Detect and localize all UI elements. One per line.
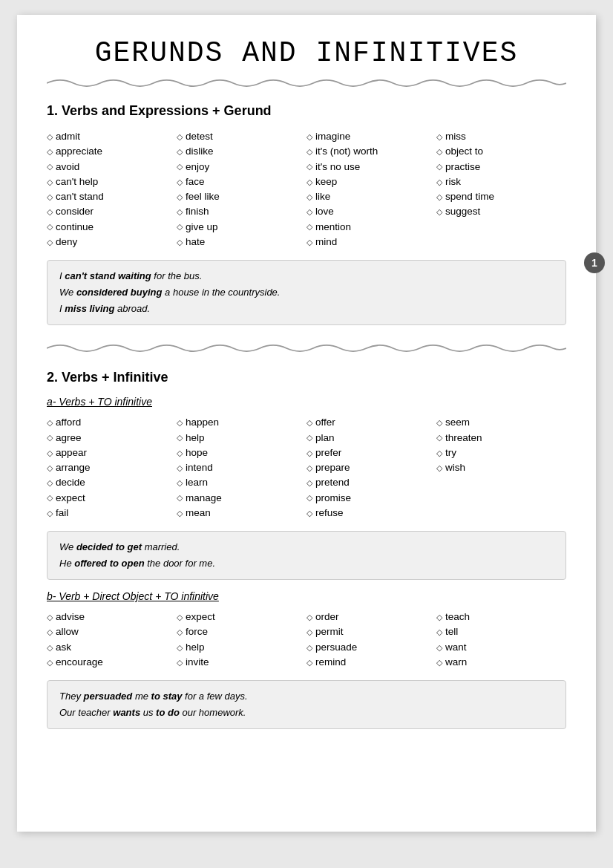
diamond-icon: ◇ bbox=[436, 160, 442, 173]
list-item: ◇mean bbox=[177, 506, 306, 521]
inf-b-col2: ◇expect ◇force ◇help ◇invite bbox=[177, 610, 306, 670]
diamond-icon: ◇ bbox=[47, 447, 53, 460]
page-title: GERUNDS AND INFINITIVES bbox=[47, 37, 566, 69]
list-item: ◇allow bbox=[47, 624, 177, 639]
list-item: ◇feel like bbox=[177, 189, 306, 204]
inf-a-col1: ◇afford ◇agree ◇appear ◇arrange ◇decide … bbox=[47, 415, 177, 521]
diamond-icon: ◇ bbox=[47, 642, 53, 654]
diamond-icon: ◇ bbox=[47, 236, 53, 249]
diamond-icon: ◇ bbox=[47, 507, 53, 520]
example-box-infinitives-b: They persuaded me to stay for a few days… bbox=[47, 680, 566, 729]
diamond-icon: ◇ bbox=[177, 447, 183, 460]
diamond-icon: ◇ bbox=[306, 191, 312, 203]
diamond-icon: ◇ bbox=[436, 656, 442, 669]
list-item: ◇warn bbox=[436, 655, 566, 670]
list-item: ◇imagine bbox=[306, 129, 436, 144]
list-item: ◇miss bbox=[436, 129, 566, 144]
diamond-icon: ◇ bbox=[177, 236, 183, 249]
diamond-icon: ◇ bbox=[177, 492, 183, 504]
list-item: ◇help bbox=[177, 640, 306, 655]
diamond-icon: ◇ bbox=[177, 191, 183, 203]
inf-a-col3: ◇offer ◇plan ◇prefer ◇prepare ◇pretend ◇… bbox=[306, 415, 436, 521]
list-item: ◇prefer bbox=[306, 446, 436, 460]
diamond-icon: ◇ bbox=[306, 206, 312, 218]
diamond-icon: ◇ bbox=[47, 656, 53, 669]
list-item: ◇arrange bbox=[47, 460, 177, 475]
list-item: ◇manage bbox=[177, 491, 306, 506]
example-box-infinitives-a: We decided to get married. He offered to… bbox=[47, 531, 566, 580]
list-item: ◇avoid bbox=[47, 160, 177, 174]
diamond-icon: ◇ bbox=[306, 160, 312, 173]
section-gerunds: 1. Verbs and Expressions + Gerund ◇admit… bbox=[47, 103, 566, 325]
section-infinitives: 2. Verbs + Infinitive a- Verbs + TO infi… bbox=[47, 370, 566, 729]
diamond-icon: ◇ bbox=[306, 417, 312, 429]
list-item: ◇enjoy bbox=[177, 160, 306, 174]
example-line-b2: Our teacher wants us to do our homework. bbox=[59, 705, 554, 721]
wavy-divider-top bbox=[47, 76, 566, 90]
list-item: ◇advise bbox=[47, 610, 177, 624]
gerunds-col2: ◇detest ◇dislike ◇enjoy ◇face ◇feel like… bbox=[177, 129, 306, 249]
list-item: ◇continue bbox=[47, 220, 177, 235]
list-item: ◇intend bbox=[177, 460, 306, 475]
inf-b-col4: ◇teach ◇tell ◇want ◇warn bbox=[436, 610, 566, 670]
diamond-icon: ◇ bbox=[47, 206, 53, 218]
diamond-icon: ◇ bbox=[177, 642, 183, 654]
diamond-icon: ◇ bbox=[436, 131, 442, 143]
list-item: ◇prepare bbox=[306, 460, 436, 475]
list-item: ◇face bbox=[177, 174, 306, 189]
page: 1 GERUNDS AND INFINITIVES 1. Verbs and E… bbox=[17, 15, 596, 832]
infinitives-b-word-grid: ◇advise ◇allow ◇ask ◇encourage ◇expect ◇… bbox=[47, 610, 566, 670]
diamond-icon: ◇ bbox=[436, 447, 442, 460]
list-item: ◇can't help bbox=[47, 174, 177, 189]
diamond-icon: ◇ bbox=[436, 206, 442, 218]
list-item: ◇it's (not) worth bbox=[306, 144, 436, 159]
inf-b-col1: ◇advise ◇allow ◇ask ◇encourage bbox=[47, 610, 177, 670]
diamond-icon: ◇ bbox=[47, 431, 53, 444]
list-item: ◇wish bbox=[436, 460, 566, 475]
list-item: ◇help bbox=[177, 431, 306, 446]
diamond-icon: ◇ bbox=[177, 206, 183, 218]
example-line-1: I can't stand waiting for the bus. bbox=[59, 268, 554, 284]
list-item: ◇persuade bbox=[306, 640, 436, 655]
diamond-icon: ◇ bbox=[47, 176, 53, 189]
diamond-icon: ◇ bbox=[177, 176, 183, 189]
diamond-icon: ◇ bbox=[306, 431, 312, 444]
diamond-icon: ◇ bbox=[177, 656, 183, 669]
list-item: ◇learn bbox=[177, 475, 306, 490]
list-item: ◇hope bbox=[177, 446, 306, 460]
list-item: ◇finish bbox=[177, 204, 306, 219]
diamond-icon: ◇ bbox=[47, 462, 53, 474]
diamond-icon: ◇ bbox=[177, 462, 183, 474]
diamond-icon: ◇ bbox=[47, 131, 53, 143]
diamond-icon: ◇ bbox=[306, 507, 312, 520]
list-item: ◇like bbox=[306, 189, 436, 204]
diamond-icon: ◇ bbox=[47, 221, 53, 233]
diamond-icon: ◇ bbox=[47, 417, 53, 429]
diamond-icon: ◇ bbox=[436, 176, 442, 189]
list-item: ◇refuse bbox=[306, 506, 436, 521]
list-item: ◇order bbox=[306, 610, 436, 624]
list-item: ◇want bbox=[436, 640, 566, 655]
diamond-icon: ◇ bbox=[436, 417, 442, 429]
list-item: ◇keep bbox=[306, 174, 436, 189]
list-item: ◇can't stand bbox=[47, 189, 177, 204]
gerunds-col4: ◇miss ◇object to ◇practise ◇risk ◇spend … bbox=[436, 129, 566, 249]
wavy-divider-mid bbox=[47, 342, 566, 355]
list-item: ◇consider bbox=[47, 204, 177, 219]
example-line-a1: We decided to get married. bbox=[59, 539, 554, 555]
diamond-icon: ◇ bbox=[47, 191, 53, 203]
diamond-icon: ◇ bbox=[177, 611, 183, 624]
diamond-icon: ◇ bbox=[306, 221, 312, 233]
gerunds-word-grid: ◇admit ◇appreciate ◇avoid ◇can't help ◇c… bbox=[47, 129, 566, 249]
diamond-icon: ◇ bbox=[306, 611, 312, 624]
diamond-icon: ◇ bbox=[177, 477, 183, 489]
list-item: ◇ask bbox=[47, 640, 177, 655]
page-number: 1 bbox=[584, 252, 605, 273]
list-item: ◇seem bbox=[436, 415, 566, 430]
diamond-icon: ◇ bbox=[306, 176, 312, 189]
list-item: ◇expect bbox=[177, 610, 306, 624]
list-item: ◇remind bbox=[306, 655, 436, 670]
list-item: ◇permit bbox=[306, 624, 436, 639]
list-item: ◇pretend bbox=[306, 475, 436, 490]
diamond-icon: ◇ bbox=[306, 462, 312, 474]
